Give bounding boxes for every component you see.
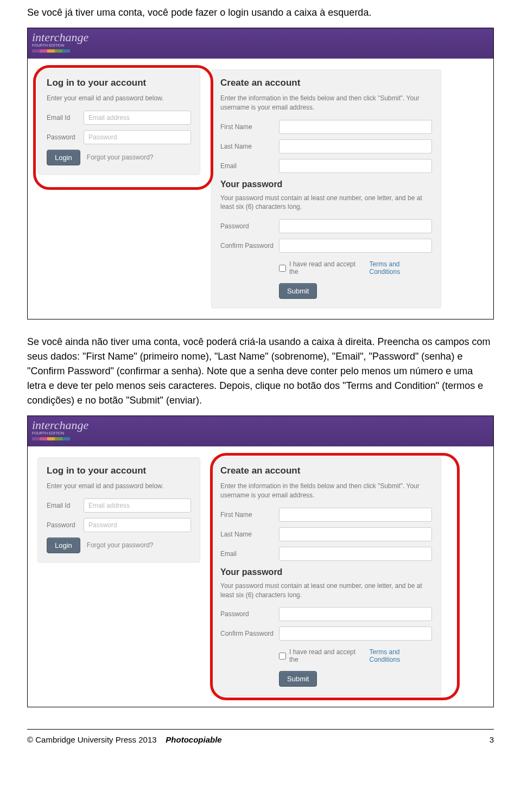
password-section-heading-2: Your password: [220, 567, 432, 577]
password-label-2: Password: [47, 521, 79, 529]
password-section-heading: Your password: [220, 180, 432, 189]
last-name-label-2: Last Name: [220, 530, 275, 538]
confirm-password-label-2: Confirm Password: [220, 630, 275, 637]
login-subtext-2: Enter your email id and password below.: [47, 482, 191, 491]
confirm-password-field[interactable]: [279, 239, 432, 253]
create-account-panel-2: Create an account Enter the information …: [211, 457, 441, 696]
footer-photocopiable: Photocopiable: [166, 735, 221, 744]
create-email-label-2: Email: [220, 550, 275, 558]
confirm-password-label: Confirm Password: [220, 242, 275, 250]
forgot-password-link-2[interactable]: Forgot your password?: [87, 541, 154, 549]
create-email-field[interactable]: [279, 159, 432, 173]
password-field-2[interactable]: [84, 518, 191, 532]
login-button[interactable]: Login: [47, 150, 80, 165]
email-label: Email Id: [47, 114, 79, 122]
create-password-field-2[interactable]: [279, 607, 432, 621]
create-subtext: Enter the information in the fields belo…: [220, 94, 432, 112]
intro-text-2: Se você ainda não tiver uma conta, você …: [27, 335, 494, 408]
last-name-field[interactable]: [279, 139, 432, 154]
email-field-2[interactable]: [84, 498, 191, 513]
create-account-panel: Create an account Enter the information …: [211, 69, 441, 308]
last-name-field-2[interactable]: [279, 527, 432, 541]
footer-page-number: 3: [490, 735, 494, 744]
create-password-field[interactable]: [279, 219, 432, 233]
terms-text-2: I have read and accept the: [289, 648, 366, 663]
page-footer: © Cambridge University Press 2013 Photoc…: [27, 729, 494, 744]
terms-checkbox[interactable]: [279, 265, 286, 272]
logo-text: interchange: [32, 30, 489, 44]
logo-subtext: FOURTH EDITION: [32, 43, 489, 47]
app-topbar: interchange FOURTH EDITION: [28, 28, 493, 59]
logo-text-2: interchange: [32, 418, 489, 432]
login-button-2[interactable]: Login: [47, 538, 80, 553]
login-panel-2: Log in to your account Enter your email …: [37, 457, 200, 562]
password-section-sub-2: Your password must contain at least one …: [220, 581, 432, 600]
first-name-field-2[interactable]: [279, 508, 432, 522]
login-heading-2: Log in to your account: [47, 465, 191, 476]
create-email-field-2[interactable]: [279, 547, 432, 561]
create-password-label-2: Password: [220, 610, 275, 618]
submit-button[interactable]: Submit: [279, 283, 317, 299]
intro-text-1: Se você já tiver uma conta, você pode fa…: [27, 5, 494, 20]
first-name-label: First Name: [220, 123, 275, 131]
create-subtext-2: Enter the information in the fields belo…: [220, 482, 432, 500]
last-name-label: Last Name: [220, 143, 275, 150]
terms-text: I have read and accept the: [289, 260, 366, 276]
create-heading: Create an account: [220, 78, 432, 88]
screenshot-2: interchange FOURTH EDITION Log in to you…: [27, 415, 494, 707]
create-heading-2: Create an account: [220, 465, 432, 476]
terms-link[interactable]: Terms and Conditions: [369, 260, 432, 276]
email-label-2: Email Id: [47, 502, 79, 509]
create-email-label: Email: [220, 162, 275, 170]
logo-color-bar: [32, 49, 70, 53]
first-name-label-2: First Name: [220, 511, 275, 519]
confirm-password-field-2[interactable]: [279, 626, 432, 641]
first-name-field[interactable]: [279, 120, 432, 134]
password-field[interactable]: [84, 130, 191, 144]
login-heading: Log in to your account: [47, 78, 191, 88]
password-section-sub: Your password must contain at least one …: [220, 194, 432, 212]
logo-subtext-2: FOURTH EDITION: [32, 431, 489, 435]
terms-checkbox-2[interactable]: [279, 653, 286, 660]
email-field[interactable]: [84, 111, 191, 125]
app-topbar-2: interchange FOURTH EDITION: [28, 416, 493, 446]
login-panel: Log in to your account Enter your email …: [37, 69, 200, 175]
login-subtext: Enter your email id and password below.: [47, 94, 191, 103]
terms-link-2[interactable]: Terms and Conditions: [369, 648, 432, 663]
forgot-password-link[interactable]: Forgot your password?: [87, 154, 154, 161]
logo-color-bar-2: [32, 437, 70, 440]
screenshot-1: interchange FOURTH EDITION Log in to you…: [27, 28, 494, 319]
footer-copyright: © Cambridge University Press 2013: [27, 735, 157, 744]
submit-button-2[interactable]: Submit: [279, 671, 317, 687]
password-label: Password: [47, 133, 79, 141]
create-password-label: Password: [220, 222, 275, 230]
